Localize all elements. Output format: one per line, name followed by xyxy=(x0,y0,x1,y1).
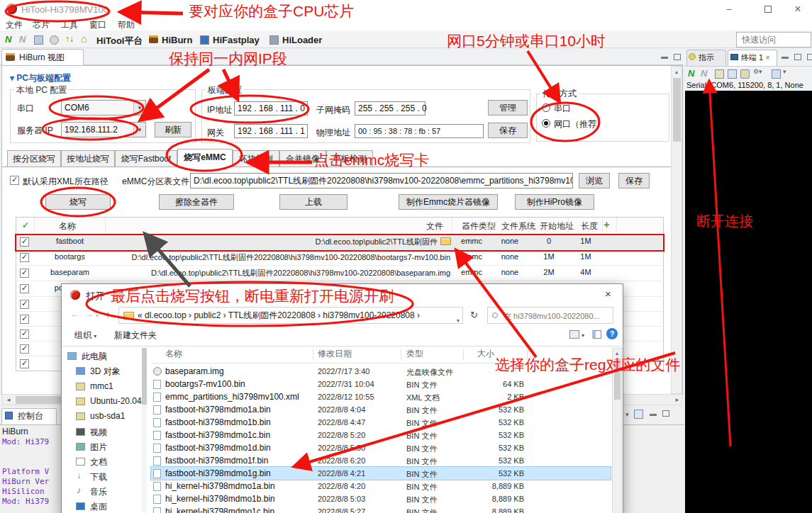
gateway-field[interactable]: 192 . 168 . 111 . 1 xyxy=(234,124,308,138)
terminal-connect-icon[interactable]: N xyxy=(688,68,694,79)
sidebar-scrollbar[interactable] xyxy=(142,348,147,513)
menu-file[interactable]: 文件 xyxy=(6,19,23,31)
file-row[interactable]: hi_kernel-hi3798mdmo1b.bin2022/8/8 5:03B… xyxy=(151,492,611,505)
col-file-date[interactable]: 修改日期 xyxy=(318,348,352,360)
board-save-button[interactable]: 保存 xyxy=(488,123,528,138)
close-button[interactable]: × xyxy=(784,0,812,18)
file-row[interactable]: emmc_partitions_hi3798mv100.xml2022/8/12… xyxy=(151,390,611,403)
make-hipro-image-button[interactable]: 制作HiPro镜像 xyxy=(515,194,594,210)
view-mode-icon[interactable] xyxy=(569,330,579,339)
row-checkbox[interactable] xyxy=(20,300,29,309)
console-open-icon[interactable] xyxy=(634,410,643,419)
file-row[interactable]: fastboot-hi3798mdmo1b.bin2022/8/8 4:47BI… xyxy=(151,416,611,429)
lock-icon[interactable] xyxy=(740,69,750,79)
plug-icon[interactable] xyxy=(50,35,59,45)
sidebar-item-mmc1[interactable]: mmc1 xyxy=(90,381,113,391)
sidebar-item-3d-objects[interactable]: 3D 对象 xyxy=(90,366,121,378)
tab-burn-emmc[interactable]: 烧写eMMC xyxy=(177,149,233,167)
refresh-icon[interactable]: ↻ xyxy=(470,310,478,320)
file-row-selected[interactable]: fastboot-hi3798mdmo1g.bin2022/8/8 4:21BI… xyxy=(151,467,611,480)
file-row[interactable]: hi_kernel-hi3798mdmo1a.bin2022/8/8 4:20B… xyxy=(151,480,611,492)
file-row[interactable]: fastboot-hi3798mdmo1f.bin2022/8/8 6:20BI… xyxy=(151,454,611,467)
col-file-type[interactable]: 类型 xyxy=(406,348,423,360)
terminal-settings-chevron-icon[interactable]: ⚙▾ xyxy=(753,68,762,75)
history-chevron-icon[interactable]: ▾ xyxy=(96,312,99,319)
console-maximize-icon[interactable] xyxy=(662,410,669,417)
col-file-name[interactable]: 名称 xyxy=(165,348,182,360)
new-folder-button[interactable]: 新建文件夹 xyxy=(114,329,157,342)
burn-config-icon[interactable] xyxy=(34,35,43,45)
toolbar-hifastplay[interactable]: HiFastplay xyxy=(213,35,260,45)
row-checkbox[interactable] xyxy=(20,253,29,262)
view-mode-chevron-icon[interactable]: ▾ xyxy=(582,332,584,339)
scroll-right-icon[interactable]: ► xyxy=(674,397,680,403)
table-row-bootargs[interactable]: bootargs D:\dl.ecoo.top\public2\TTL线刷固件2… xyxy=(16,250,664,266)
file-row[interactable]: baseparam.img2022/7/17 3:40光盘映像文件 xyxy=(151,365,611,378)
scrollbar-thumb[interactable] xyxy=(673,78,681,142)
back-icon[interactable]: ← xyxy=(70,309,79,320)
table-row-baseparam[interactable]: baseparam D:\dl.ecoo.top\public2\TTL线刷固件… xyxy=(16,266,664,281)
file-list-scrollbar[interactable]: ▴ xyxy=(612,348,622,513)
tab-bad-block-check[interactable]: 坏块检测 xyxy=(233,150,279,167)
connect-icon[interactable]: N xyxy=(5,34,11,45)
file-row[interactable]: fastboot-hi3798mdmo1a.bin2022/8/8 4:04BI… xyxy=(151,403,611,416)
disconnect-icon[interactable]: N xyxy=(19,34,26,45)
organize-menu[interactable]: 组织 ▾ xyxy=(74,329,96,342)
mac-address-field[interactable]: 00 : 95 : 38 : 78 : fb : 57 xyxy=(355,124,484,138)
sidebar-item-desktop[interactable]: 桌面 xyxy=(90,501,107,513)
tab-burn-fastboot[interactable]: 烧写Fastboot xyxy=(115,150,177,167)
row-checkbox[interactable] xyxy=(20,359,29,368)
server-ip-select[interactable]: 192.168.111.2▾ xyxy=(61,122,146,137)
browse-button[interactable]: 浏览 xyxy=(579,173,610,188)
view-minimize-icon[interactable] xyxy=(661,57,668,59)
sidebar-item-pictures[interactable]: 图片 xyxy=(90,441,107,453)
help-icon[interactable]: ? xyxy=(606,328,618,339)
search-box[interactable]: 在 hi3798mv100-2022080... xyxy=(487,307,613,324)
menu-help[interactable]: 帮助 xyxy=(118,19,135,31)
row-checkbox[interactable] xyxy=(20,284,29,293)
sidebar-item-ubuntu[interactable]: Ubuntu-20.04 ( xyxy=(90,396,147,406)
breadcrumb[interactable]: « dl.ecoo.top › public2 › TTL线刷固件2022080… xyxy=(138,308,420,323)
radio-network[interactable] xyxy=(542,119,550,128)
terminal-maximize-icon[interactable] xyxy=(794,54,801,60)
quick-access-box[interactable]: 快速访问 xyxy=(736,32,811,47)
scrollbar-thumb[interactable] xyxy=(142,348,147,405)
section-pc-board-config[interactable]: ▾ PC与板端配置 xyxy=(10,72,71,84)
subnet-mask-field[interactable]: 255 . 255 . 255 . 0 xyxy=(355,101,426,115)
terminal-copy-icon[interactable] xyxy=(728,69,737,79)
maximize-button[interactable] xyxy=(754,0,782,18)
menu-tools[interactable]: 工具 xyxy=(61,19,78,31)
col-file-size[interactable]: 大小 xyxy=(477,348,494,360)
close-tab-icon[interactable]: × xyxy=(765,53,769,62)
xml-path-input[interactable]: D:\dl.ecoo.top\public2\TTL线刷固件20220808\h… xyxy=(190,173,573,188)
tab-merge-image[interactable]: 合并镜像 xyxy=(279,150,326,167)
terminal-table-icon[interactable] xyxy=(715,69,724,79)
minimize-button[interactable]: – xyxy=(715,0,743,18)
xml-default-checkbox[interactable] xyxy=(10,176,19,185)
row-checkbox[interactable] xyxy=(20,315,29,324)
row-checkbox[interactable] xyxy=(20,344,29,354)
address-bar[interactable]: « dl.ecoo.top › public2 › TTL线刷固件2022080… xyxy=(118,307,463,324)
file-row[interactable]: fastboot-hi3798mdmo1c.bin2022/8/8 5:20BI… xyxy=(151,429,611,441)
upload-button[interactable]: 上载 xyxy=(279,194,347,210)
sidebar-item-videos[interactable]: 视频 xyxy=(90,427,107,439)
terminal-minimize-icon[interactable] xyxy=(782,57,789,59)
toolbar-hiburn[interactable]: HiBurn xyxy=(162,35,192,45)
scroll-up-icon[interactable]: ▴ xyxy=(613,350,621,356)
table-row-fastboot[interactable]: fastboot D:\dl.ecoo.top\public2\TTL线刷固件 … xyxy=(16,235,664,250)
scrollbar-thumb[interactable] xyxy=(614,359,621,400)
burn-button[interactable]: 烧写 xyxy=(45,194,111,210)
view-maximize-icon[interactable] xyxy=(674,54,681,60)
xml-save-button[interactable]: 保存 xyxy=(618,173,650,188)
sidebar-item-documents[interactable]: 文档 xyxy=(90,456,107,468)
sidebar-item-this-pc[interactable]: 此电脑 xyxy=(82,351,107,363)
file-row[interactable]: bootargs7-mv100.bin2022/7/31 10:04BIN 文件… xyxy=(151,378,611,390)
scroll-up-icon[interactable]: ▴ xyxy=(672,69,682,75)
new-terminal-icon[interactable] xyxy=(772,69,781,79)
sidebar-item-usb-sda1[interactable]: usb-sda1 xyxy=(90,411,125,421)
transfer-icon[interactable]: ↑↓ xyxy=(65,34,74,44)
menu-window[interactable]: 窗口 xyxy=(89,19,106,31)
board-ip-field[interactable]: 192 . 168 . 111 . 0 xyxy=(234,101,308,115)
sidebar-item-music[interactable]: 音乐 xyxy=(90,486,107,498)
check-all-icon[interactable]: ✓ xyxy=(22,220,29,230)
